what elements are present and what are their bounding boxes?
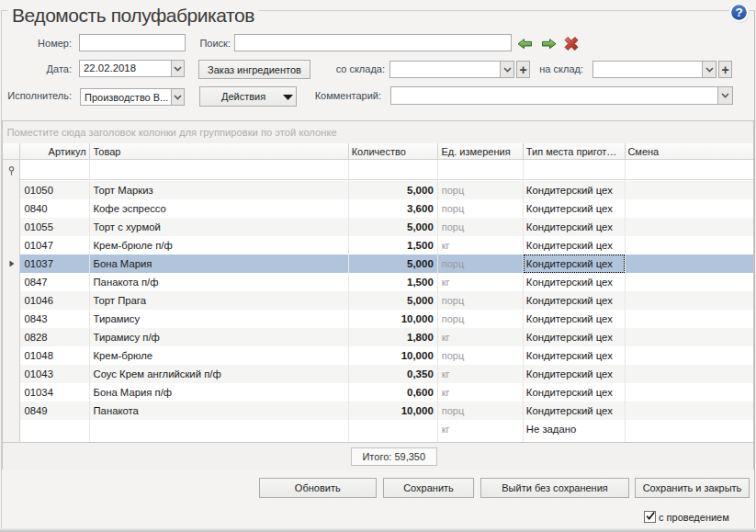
svg-text:?: ? bbox=[735, 6, 742, 19]
